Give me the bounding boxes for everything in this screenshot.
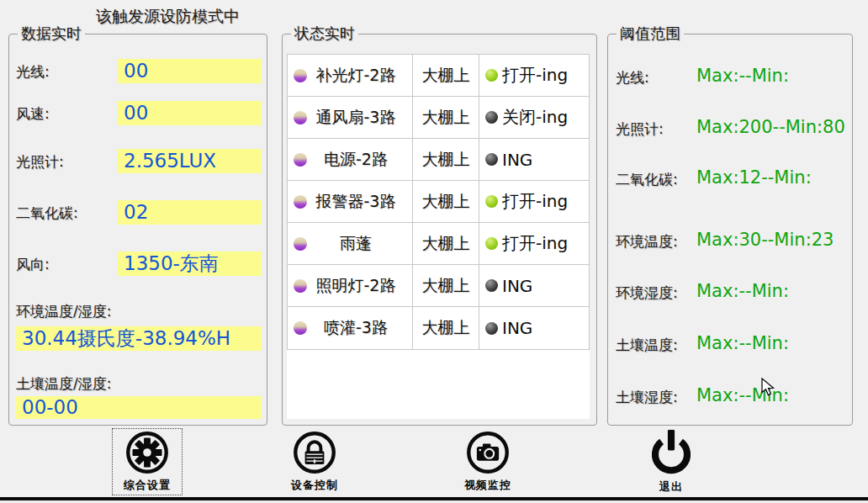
wind-speed-label: 风速: (16, 104, 50, 124)
device-name: 通风扇-3路 (316, 107, 396, 129)
soil-temp-humidity-label: 土壤温度/湿度: (16, 374, 111, 394)
ambient-temp-humidity-label: 环境温度/湿度: (16, 302, 111, 321)
device-status: ING (502, 276, 532, 296)
device-location: 大棚上 (412, 223, 479, 264)
gear-icon (124, 429, 171, 476)
co2-label: 二氧化碳: (16, 204, 78, 223)
device-location: 大棚上 (412, 97, 479, 138)
device-name: 照明灯-2路 (316, 275, 396, 297)
status-realtime-panel: 状态实时 补光灯-2路 大棚上 打开-ing 通风扇-3路 大棚上 关闭-ing… (282, 34, 597, 426)
mode-banner: 该触发源设防模式中 (96, 6, 240, 28)
wind-direction-label: 风向: (16, 255, 50, 274)
device-ball-icon (294, 321, 307, 335)
device-name: 报警器-3路 (316, 191, 396, 213)
device-status: 打开-ing (502, 64, 568, 87)
threshold-row: 环境湿度: Max:--Min: (608, 281, 852, 303)
threshold-row: 光线: Max:--Min: (608, 66, 852, 87)
threshold-row: 土壤湿度: Max:--Min: (608, 385, 852, 407)
lux-meter-label: 光照计: (16, 152, 64, 172)
device-name: 电源-2路 (324, 149, 388, 171)
device-location: 大棚上 (412, 181, 479, 222)
video-monitor-button-label: 视频监控 (464, 478, 511, 493)
threshold-label: 二氧化碳: (616, 170, 678, 189)
lux-meter-field[interactable]: 2.565LUX (118, 149, 262, 173)
status-led-icon (485, 195, 498, 208)
threshold-value: Max:30--Min:23 (696, 230, 834, 250)
table-row[interactable]: 照明灯-2路 大棚上 ING (288, 265, 589, 307)
status-led-icon (485, 279, 498, 292)
device-ball-icon (294, 237, 307, 251)
threshold-label: 土壤温度: (616, 336, 678, 355)
threshold-row: 环境温度: Max:30--Min:23 (608, 230, 852, 252)
threshold-label: 光照计: (616, 119, 664, 139)
table-row[interactable]: 喷灌-3路 大棚上 ING (288, 307, 589, 349)
device-ball-icon (294, 153, 307, 167)
exit-button-label: 退出 (659, 479, 683, 495)
device-ball-icon (294, 69, 307, 82)
device-status: 打开-ing (502, 190, 568, 213)
threshold-panel-title: 阈值范围 (617, 24, 684, 44)
video-monitor-button[interactable]: 视频监控 (453, 429, 522, 495)
device-name: 补光灯-2路 (316, 65, 396, 87)
threshold-value: Max:200--Min:80 (696, 117, 845, 137)
status-led-icon (485, 69, 498, 82)
device-location: 大棚上 (412, 265, 479, 306)
device-ball-icon (294, 195, 307, 209)
status-led-icon (485, 322, 498, 335)
data-realtime-panel: 数据实时 光线: 00 风速: 00 光照计: 2.565LUX 二氧化碳: 0… (8, 34, 267, 426)
threshold-label: 环境温度: (616, 232, 678, 252)
settings-button-label: 综合设置 (124, 478, 171, 493)
table-row[interactable]: 报警器-3路 大棚上 打开-ing (288, 181, 589, 223)
settings-button[interactable]: 综合设置 (113, 429, 182, 495)
light-label: 光线: (16, 62, 50, 82)
threshold-value: Max:12--Min: (696, 167, 812, 188)
light-field[interactable]: 00 (118, 59, 262, 83)
table-row[interactable]: 通风扇-3路 大棚上 关闭-ing (288, 97, 589, 139)
wind-speed-field[interactable]: 00 (118, 101, 262, 125)
table-row[interactable]: 补光灯-2路 大棚上 打开-ing (288, 55, 589, 97)
app-window: 该触发源设防模式中 数据实时 光线: 00 风速: 00 光照计: 2.565L… (0, 0, 868, 503)
device-control-button-label: 设备控制 (291, 478, 338, 493)
device-status: 打开-ing (502, 232, 568, 255)
device-status: ING (502, 318, 532, 338)
wind-direction-field[interactable]: 1350-东南 (118, 252, 262, 276)
device-ball-icon (294, 111, 307, 124)
threshold-row: 二氧化碳: Max:12--Min: (608, 167, 852, 189)
device-location: 大棚上 (412, 307, 479, 349)
device-name: 喷灌-3路 (324, 317, 388, 339)
table-row[interactable]: 雨蓬 大棚上 打开-ing (288, 223, 589, 265)
threshold-label: 土壤湿度: (616, 388, 678, 407)
device-location: 大棚上 (412, 55, 479, 96)
status-led-icon (485, 111, 498, 124)
bottom-divider-bar (0, 497, 868, 500)
soil-temp-humidity-field[interactable]: 00-00 (16, 396, 262, 419)
status-led-icon (485, 153, 498, 166)
table-row[interactable]: 电源-2路 大棚上 ING (288, 139, 589, 181)
threshold-label: 光线: (616, 68, 649, 87)
device-status: 关闭-ing (502, 106, 568, 129)
threshold-value: Max:--Min: (696, 281, 789, 301)
threshold-value: Max:--Min: (696, 333, 789, 353)
threshold-range-panel: 阈值范围 光线: Max:--Min: 光照计: Max:200--Min:80… (607, 34, 853, 426)
device-status: ING (502, 150, 532, 170)
device-control-button[interactable]: 设备控制 (280, 429, 349, 495)
power-icon (646, 429, 696, 478)
device-location: 大棚上 (412, 139, 479, 180)
mouse-cursor-icon (761, 378, 780, 398)
co2-field[interactable]: 02 (118, 200, 262, 225)
camera-icon (464, 429, 511, 476)
threshold-label: 环境湿度: (616, 283, 678, 303)
status-led-icon (485, 237, 498, 250)
exit-button[interactable]: 退出 (637, 429, 706, 495)
status-table: 补光灯-2路 大棚上 打开-ing 通风扇-3路 大棚上 关闭-ing 电源-2… (287, 54, 590, 350)
device-ball-icon (294, 279, 307, 293)
lock-icon (291, 429, 338, 476)
ambient-temp-humidity-field[interactable]: 30.44摄氏度-38.94%H (16, 326, 262, 351)
data-panel-title: 数据实时 (18, 24, 85, 44)
status-panel-title: 状态实时 (291, 24, 358, 44)
device-name: 雨蓬 (340, 233, 372, 255)
threshold-row: 土壤温度: Max:--Min: (608, 333, 852, 355)
threshold-value: Max:--Min: (696, 66, 789, 86)
threshold-row: 光照计: Max:200--Min:80 (608, 117, 852, 139)
